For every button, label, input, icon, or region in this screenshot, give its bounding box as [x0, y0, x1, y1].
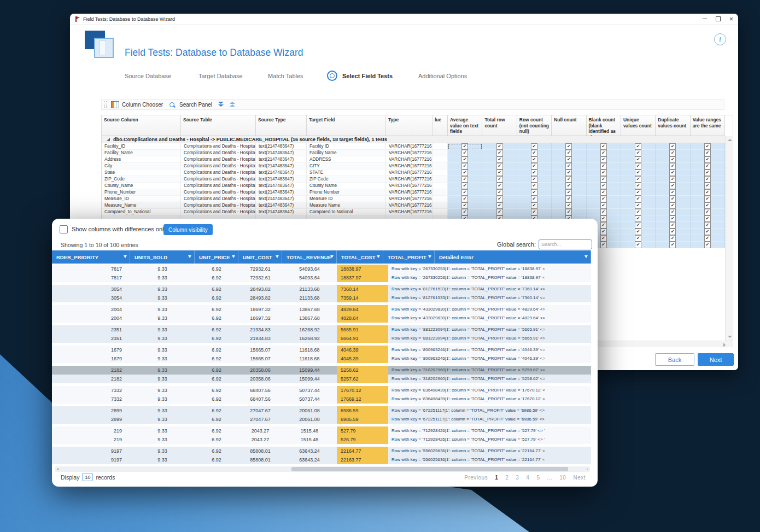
grid-check-cell[interactable] [656, 183, 690, 189]
grid-check-cell[interactable] [587, 156, 621, 163]
grid-column-header[interactable]: Source Table [181, 115, 256, 136]
checkbox-checked-icon[interactable] [531, 156, 537, 163]
close-icon[interactable]: × [729, 16, 733, 22]
checkbox-checked-icon[interactable] [635, 215, 641, 222]
grid-check-cell[interactable] [482, 156, 517, 163]
result-row[interactable]: 2199.336.922043.271515.48526.79Row with … [52, 435, 591, 444]
checkbox-checked-icon[interactable] [461, 143, 468, 150]
grid-check-cell[interactable] [517, 202, 552, 209]
grid-check-cell[interactable] [482, 196, 517, 202]
grid-group-row[interactable]: dbo.Complications and Deaths - Hospital … [102, 136, 725, 143]
grid-check-cell[interactable] [656, 176, 690, 183]
column-chooser-icon[interactable] [111, 101, 119, 108]
grid-check-cell[interactable] [691, 242, 725, 248]
grid-check-cell[interactable] [656, 143, 690, 150]
grid-check-cell[interactable] [552, 202, 586, 209]
result-row[interactable]: 2199.336.922043.271515.48527.79Row with … [52, 426, 591, 435]
grid-column-header[interactable]: Type [386, 115, 432, 136]
scroll-right-icon[interactable] [723, 343, 726, 347]
checkbox-checked-icon[interactable] [635, 202, 641, 209]
checkbox-checked-icon[interactable] [496, 183, 503, 189]
grid-check-cell[interactable] [448, 163, 482, 169]
checkbox-checked-icon[interactable] [496, 202, 503, 209]
grid-check-cell[interactable] [587, 189, 621, 196]
grid-check-cell[interactable] [691, 176, 725, 183]
checkbox-checked-icon[interactable] [704, 215, 711, 222]
pagination-page-10[interactable]: 10 [559, 475, 566, 481]
checkbox-checked-icon[interactable] [600, 222, 607, 229]
grid-check-cell[interactable] [482, 202, 517, 209]
scroll-down-icon[interactable] [728, 336, 732, 338]
checkbox-checked-icon[interactable] [704, 229, 711, 235]
results-column-header[interactable]: UNIT_PRICE [195, 250, 238, 264]
grid-check-cell[interactable] [691, 235, 725, 242]
checkbox-checked-icon[interactable] [635, 222, 641, 229]
filter-arrow-icon[interactable] [124, 255, 127, 258]
checkbox-checked-icon[interactable] [704, 189, 711, 196]
checkbox-checked-icon[interactable] [600, 156, 607, 163]
checkbox-checked-icon[interactable] [600, 176, 607, 183]
grid-check-cell[interactable] [656, 150, 690, 156]
checkbox-checked-icon[interactable] [704, 150, 711, 156]
checkbox-checked-icon[interactable] [600, 235, 607, 242]
checkbox-checked-icon[interactable] [669, 215, 676, 222]
checkbox-checked-icon[interactable] [565, 143, 572, 150]
grid-check-cell[interactable] [691, 229, 725, 235]
checkbox-checked-icon[interactable] [496, 176, 503, 183]
grid-check-cell[interactable] [552, 150, 586, 156]
checkbox-checked-icon[interactable] [669, 235, 676, 242]
checkbox-checked-icon[interactable] [635, 176, 641, 183]
checkbox-checked-icon[interactable] [600, 196, 607, 202]
grid-check-cell[interactable] [621, 209, 656, 215]
grid-check-cell[interactable] [691, 189, 725, 196]
checkbox-checked-icon[interactable] [704, 235, 711, 242]
grid-check-column-header[interactable]: Unique values count [621, 115, 656, 136]
checkbox-checked-icon[interactable] [635, 156, 641, 163]
checkbox-checked-icon[interactable] [669, 183, 676, 189]
checkbox-checked-icon[interactable] [565, 163, 572, 169]
grid-check-cell[interactable] [656, 209, 690, 215]
grid-column-header[interactable]: lue [432, 115, 448, 136]
checkbox-checked-icon[interactable] [704, 163, 711, 169]
result-row[interactable]: 78179.336.9272932.6154093.6418838.97Row … [52, 265, 591, 273]
checkbox-checked-icon[interactable] [600, 143, 607, 150]
checkbox-checked-icon[interactable] [531, 209, 537, 215]
grid-check-column-header[interactable]: Blank count (blank identified as '') [587, 115, 621, 136]
result-row[interactable]: 20049.336.9218697.3213867.684829.64Row w… [52, 305, 591, 314]
grid-check-cell[interactable] [587, 202, 621, 209]
grid-check-cell[interactable] [448, 156, 482, 163]
grid-check-cell[interactable] [656, 235, 690, 242]
checkbox-checked-icon[interactable] [496, 189, 503, 196]
grid-check-cell[interactable] [656, 215, 690, 222]
checkbox-checked-icon[interactable] [669, 150, 676, 156]
grid-check-cell[interactable] [482, 176, 517, 183]
checkbox-checked-icon[interactable] [531, 202, 537, 209]
tab-match-tables[interactable]: Match Tables [268, 73, 303, 79]
checkbox-checked-icon[interactable] [531, 176, 537, 183]
checkbox-checked-icon[interactable] [565, 202, 572, 209]
grid-check-cell[interactable] [448, 196, 482, 202]
grid-check-cell[interactable] [517, 209, 552, 215]
tab-source-database[interactable]: Source Database [125, 73, 171, 79]
grid-check-cell[interactable] [656, 189, 690, 196]
pagination-page-2[interactable]: 2 [505, 475, 508, 481]
grid-check-cell[interactable] [621, 196, 656, 202]
checkbox-checked-icon[interactable] [531, 169, 537, 176]
pagination-previous[interactable]: Previous [464, 475, 488, 481]
checkbox-checked-icon[interactable] [565, 156, 572, 163]
grid-check-column-header[interactable]: Total row count [482, 115, 517, 136]
checkbox-checked-icon[interactable] [565, 196, 572, 202]
grid-check-cell[interactable] [691, 202, 725, 209]
grid-check-cell[interactable] [482, 209, 517, 215]
grid-check-cell[interactable] [482, 163, 517, 169]
minimize-icon[interactable] [703, 19, 707, 19]
grid-check-cell[interactable] [621, 202, 656, 209]
checkbox-checked-icon[interactable] [600, 163, 607, 169]
checkbox-checked-icon[interactable] [635, 209, 641, 215]
checkbox-checked-icon[interactable] [565, 189, 572, 196]
checkbox-checked-icon[interactable] [461, 196, 468, 202]
checkbox-checked-icon[interactable] [669, 176, 676, 183]
checkbox-checked-icon[interactable] [669, 222, 676, 229]
checkbox-checked-icon[interactable] [461, 209, 468, 215]
grid-check-cell[interactable] [656, 222, 690, 229]
